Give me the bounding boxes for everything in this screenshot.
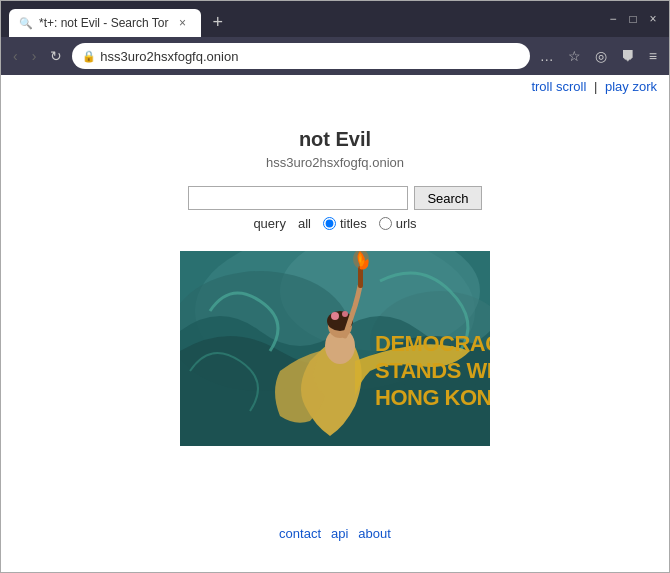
lock-icon: 🔒 — [82, 50, 96, 63]
address-input-wrap[interactable]: 🔒 hss3uro2hsxfogfq.onion — [72, 43, 529, 69]
site-name: not Evil — [266, 128, 404, 151]
more-icon[interactable]: … — [536, 46, 558, 66]
maximize-button[interactable]: □ — [625, 11, 641, 27]
active-tab[interactable]: 🔍 *t+: not Evil - Search Tor × — [9, 9, 201, 37]
all-label: all — [298, 216, 311, 231]
tab-favicon: 🔍 — [19, 17, 33, 30]
about-link[interactable]: about — [358, 526, 391, 541]
urls-radio-group[interactable]: urls — [379, 216, 417, 231]
url-display: hss3uro2hsxfogfq.onion — [100, 49, 519, 64]
titles-label: titles — [340, 216, 367, 231]
top-links: troll scroll | play zork — [1, 75, 669, 96]
search-form: Search — [188, 186, 481, 210]
footer: contact api about — [279, 526, 391, 541]
urls-label: urls — [396, 216, 417, 231]
back-button[interactable]: ‹ — [9, 46, 22, 66]
main-content: not Evil hss3uro2hsxfogfq.onion Search q… — [1, 96, 669, 572]
urls-radio[interactable] — [379, 217, 392, 230]
title-bar: 🔍 *t+: not Evil - Search Tor × + − □ × — [1, 1, 669, 37]
tab-close-button[interactable]: × — [175, 15, 191, 31]
bookmark-icon[interactable]: ☆ — [564, 46, 585, 66]
site-subtitle: hss3uro2hsxfogfq.onion — [266, 155, 404, 170]
svg-point-8 — [331, 312, 339, 320]
tab-area: 🔍 *t+: not Evil - Search Tor × + — [9, 1, 593, 37]
titles-radio-group[interactable]: titles — [323, 216, 367, 231]
poster-svg: DEMOCRACY STANDS WITH HONG KONG — [180, 251, 490, 446]
titles-radio[interactable] — [323, 217, 336, 230]
play-zork-link[interactable]: play zork — [605, 79, 657, 94]
forward-button[interactable]: › — [28, 46, 41, 66]
search-button[interactable]: Search — [414, 186, 481, 210]
toolbar-icons: … ☆ ◎ ⛊ ≡ — [536, 46, 661, 66]
search-input[interactable] — [188, 186, 408, 210]
reload-button[interactable]: ↻ — [46, 46, 66, 66]
query-label: query — [253, 216, 286, 231]
troll-scroll-link[interactable]: troll scroll — [531, 79, 586, 94]
svg-point-9 — [342, 311, 348, 317]
browser-window: 🔍 *t+: not Evil - Search Tor × + − □ × ‹… — [0, 0, 670, 573]
menu-icon[interactable]: ≡ — [645, 46, 661, 66]
svg-text:HONG KONG: HONG KONG — [375, 385, 490, 410]
shield-icon[interactable]: ⛊ — [617, 46, 639, 66]
top-links-separator: | — [594, 79, 597, 94]
search-options: query all titles urls — [253, 216, 416, 231]
window-controls: − □ × — [605, 11, 661, 27]
new-tab-button[interactable]: + — [205, 8, 232, 37]
site-title: not Evil hss3uro2hsxfogfq.onion — [266, 128, 404, 170]
svg-text:DEMOCRACY: DEMOCRACY — [375, 331, 490, 356]
poster-image: DEMOCRACY STANDS WITH HONG KONG — [180, 251, 490, 446]
account-icon[interactable]: ◎ — [591, 46, 611, 66]
api-link[interactable]: api — [331, 526, 348, 541]
address-bar: ‹ › ↻ 🔒 hss3uro2hsxfogfq.onion … ☆ ◎ ⛊ ≡ — [1, 37, 669, 75]
contact-link[interactable]: contact — [279, 526, 321, 541]
close-window-button[interactable]: × — [645, 11, 661, 27]
minimize-button[interactable]: − — [605, 11, 621, 27]
tab-title: *t+: not Evil - Search Tor — [39, 16, 169, 30]
svg-text:STANDS WITH: STANDS WITH — [375, 358, 490, 383]
